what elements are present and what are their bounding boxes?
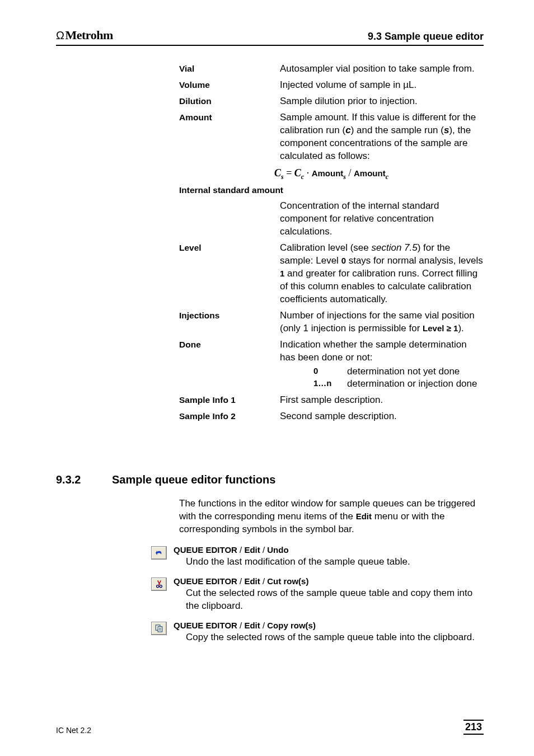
undo-icon <box>151 546 167 560</box>
def-term-vial: Vial <box>179 63 280 76</box>
footer-left: IC Net 2.2 <box>56 726 91 735</box>
def-term-internal-std: Internal standard amount <box>179 184 308 196</box>
def-desc-dilution: Sample dilution prior to injection. <box>280 95 484 108</box>
brand-logo: ΩMetrohm <box>56 28 113 43</box>
def-desc-injections: Number of injections for the same vial p… <box>280 309 484 335</box>
def-desc-sample1: First sample description. <box>280 394 484 407</box>
def-desc-done: Indication whether the sample determinat… <box>280 339 484 391</box>
brand-omega-icon: Ω <box>56 29 64 42</box>
brand-text: Metrohm <box>65 28 113 43</box>
copy-icon <box>151 622 167 635</box>
def-desc-volume: Injected volume of sample in µL. <box>280 79 484 92</box>
def-desc-level: Calibration level (see section 7.5) for … <box>280 242 484 306</box>
func-cut: QUEUE EDITOR / Edit / Cut row(s) Cut the… <box>56 576 484 613</box>
func-undo: QUEUE EDITOR / Edit / Undo Undo the last… <box>56 545 484 569</box>
definitions-block: Vial Autosampler vial position to take s… <box>179 63 484 423</box>
def-term-done: Done <box>179 339 280 391</box>
def-desc-internal-std: Concentration of the internal standard c… <box>280 200 484 238</box>
def-desc-amount: Sample amount. If this value is differen… <box>280 111 484 163</box>
def-term-dilution: Dilution <box>179 95 280 108</box>
svg-point-1 <box>160 585 162 588</box>
def-term-sample2: Sample Info 2 <box>179 410 280 423</box>
def-term-volume: Volume <box>179 79 280 92</box>
func-copy-desc: Copy the selected rows of the sample que… <box>186 631 484 644</box>
def-term-sample1: Sample Info 1 <box>179 394 280 407</box>
page-number: 213 <box>463 720 484 735</box>
cut-icon <box>151 577 167 591</box>
def-term-level: Level <box>179 242 280 306</box>
section-number: 9.3.2 <box>56 473 112 486</box>
header-section-title: 9.3 Sample queue editor <box>368 31 484 43</box>
def-desc-vial: Autosampler vial position to take sample… <box>280 63 484 76</box>
svg-point-0 <box>156 585 158 588</box>
func-cut-desc: Cut the selected rows of the sample queu… <box>186 587 484 613</box>
func-copy: QUEUE EDITOR / Edit / Copy row(s) Copy t… <box>56 621 484 644</box>
section-9-3-2-heading: 9.3.2 Sample queue editor functions <box>56 473 484 486</box>
func-undo-path: QUEUE EDITOR / Edit / Undo <box>174 545 484 555</box>
page-footer: IC Net 2.2 213 <box>56 720 484 735</box>
section-title: Sample queue editor functions <box>112 473 275 486</box>
section-9-3-2-intro: The functions in the editor window for s… <box>179 497 484 536</box>
def-term-amount: Amount <box>179 111 280 163</box>
page-header: ΩMetrohm 9.3 Sample queue editor <box>56 28 484 46</box>
func-cut-path: QUEUE EDITOR / Edit / Cut row(s) <box>174 576 484 586</box>
def-desc-sample2: Second sample description. <box>280 410 484 423</box>
func-copy-path: QUEUE EDITOR / Edit / Copy row(s) <box>174 621 484 630</box>
func-undo-desc: Undo the last modification of the sample… <box>186 556 484 569</box>
def-term-injections: Injections <box>179 309 280 335</box>
formula-row: Cs = Cc · Amounts / Amountc <box>179 166 484 181</box>
